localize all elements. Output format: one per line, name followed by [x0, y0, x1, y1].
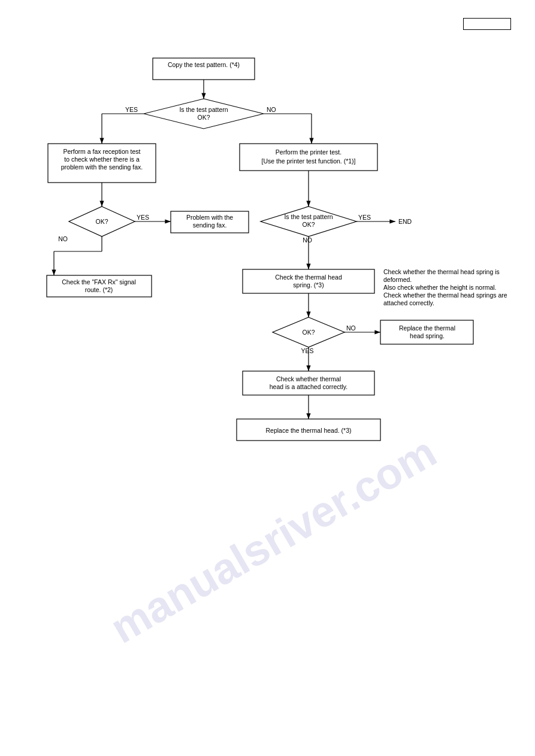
page-number-box: [463, 18, 511, 30]
yes-label-4: YES: [301, 347, 313, 354]
test-pattern-q-line1: Is the test pattern: [179, 106, 228, 113]
printer-test-line2: [Use the printer test function. (*1)]: [262, 157, 356, 165]
thermal-spring-line2: spring. (*3): [293, 281, 324, 289]
thermal-spring-line1: Check the thermal head: [275, 274, 342, 281]
no-label-4: NO: [346, 324, 356, 332]
problem-sending-fax-line2: sending fax.: [193, 221, 227, 229]
problem-sending-fax-line1: Problem with the: [186, 214, 233, 221]
fax-reception-line2: to check whether there is a: [64, 156, 140, 163]
page: manualsriver.com Copy the test pattern. …: [0, 0, 535, 756]
test-pattern-q2-line2: OK?: [302, 221, 315, 228]
fax-rx-line2: route. (*2): [85, 286, 113, 293]
yes-label-1: YES: [125, 106, 138, 113]
thermal-spring-desc-line5: attached correctly.: [383, 299, 434, 306]
fax-reception-line3: problem with the sending fax.: [61, 163, 143, 171]
copy-test-label: Copy the test pattern. (*4): [168, 61, 240, 68]
replace-spring-line2: head spring.: [410, 332, 445, 339]
ok-q-left: OK?: [95, 218, 108, 225]
printer-test-line1: Perform the printer test.: [276, 148, 341, 156]
thermal-spring-desc-line3: Also check whether the height is normal.: [383, 284, 497, 291]
end-label: END: [398, 218, 412, 225]
yes-label-3: YES: [358, 214, 371, 221]
fax-rx-line1: Check the "FAX Rx" signal: [62, 278, 136, 286]
yes-label-2: YES: [137, 214, 149, 221]
check-thermal-head-line1: Check whether thermal: [276, 375, 341, 382]
replace-thermal-head-label: Replace the thermal head. (*3): [266, 427, 352, 434]
thermal-spring-desc-line2: deformed.: [383, 276, 412, 283]
no-label-2: NO: [58, 235, 68, 242]
flowchart: Copy the test pattern. (*4) Is the test …: [18, 36, 515, 492]
ok-q-thermal: OK?: [302, 329, 315, 336]
thermal-spring-desc-line4: Check whether the thermal head springs a…: [383, 292, 507, 299]
no-label-3: NO: [303, 236, 312, 244]
test-pattern-q2-line1: Is the test pattern: [284, 213, 333, 220]
thermal-spring-desc-line1: Check whether the thermal head spring is: [383, 268, 500, 275]
fax-reception-line1: Perform a fax reception test: [64, 148, 141, 155]
check-thermal-head-line2: head is a attached correctly.: [270, 383, 348, 390]
replace-spring-line1: Replace the thermal: [399, 324, 455, 332]
no-label-1: NO: [267, 106, 276, 113]
test-pattern-q-line2: OK?: [197, 114, 210, 121]
